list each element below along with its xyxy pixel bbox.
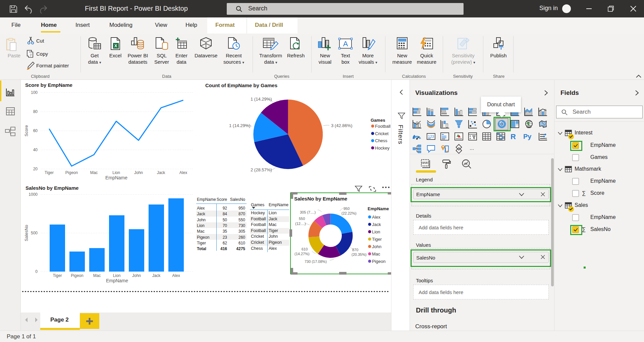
svg-text:Jack: Jack — [157, 170, 166, 175]
svg-text:Mac: Mac — [372, 251, 380, 256]
svg-text:3 (42.86%): 3 (42.86%) — [331, 123, 353, 128]
svg-text:Score: Score — [24, 125, 29, 136]
svg-text:550: 550 — [299, 217, 305, 221]
svg-text:Football: Football — [375, 124, 390, 129]
svg-text:Tiger: Tiger — [372, 237, 382, 242]
svg-text:1 (14.29%): 1 (14.29%) — [251, 97, 272, 102]
svg-text:2 (28.57%): 2 (28.57%) — [251, 167, 272, 172]
svg-text:⋯: ⋯ — [470, 147, 475, 152]
svg-text:SalesNo by EmpName: SalesNo by EmpName — [25, 185, 78, 191]
svg-text:X: X — [114, 43, 117, 48]
svg-text:950: 950 — [343, 207, 350, 211]
svg-text:80: 80 — [33, 109, 38, 114]
svg-text:Tiger: Tiger — [45, 170, 54, 175]
svg-text:610: 610 — [302, 247, 308, 251]
svg-text:Cricket: Cricket — [375, 131, 389, 136]
svg-text:Score by EmpName: Score by EmpName — [25, 82, 72, 88]
svg-text:Chess: Chess — [375, 138, 387, 143]
svg-text:Alex: Alex — [179, 170, 187, 175]
svg-text:1 (14.29%): 1 (14.29%) — [229, 123, 251, 128]
svg-text:Mac: Mac — [93, 273, 101, 278]
svg-text:(14.27%): (14.27%) — [294, 252, 310, 256]
svg-text:Pigeon: Pigeon — [65, 170, 78, 175]
svg-text:R: R — [511, 132, 516, 141]
svg-text:Games: Games — [371, 118, 385, 123]
svg-text:EmpName: EmpName — [106, 278, 128, 283]
svg-text:EmpName: EmpName — [105, 175, 127, 180]
svg-text:Hockey: Hockey — [375, 146, 390, 151]
svg-text:EmpName: EmpName — [368, 206, 389, 211]
svg-text:1000: 1000 — [29, 192, 38, 197]
svg-text:Jack: Jack — [152, 273, 161, 278]
svg-text:Lion: Lion — [113, 273, 121, 278]
svg-text:500: 500 — [31, 231, 38, 235]
svg-text:Pigeon: Pigeon — [372, 259, 385, 264]
svg-text:40: 40 — [33, 148, 38, 152]
svg-text:123: 123 — [428, 134, 434, 138]
svg-text:SalesNo: SalesNo — [24, 225, 29, 241]
svg-text:Pigeon: Pigeon — [71, 273, 83, 278]
svg-text:John: John — [134, 170, 143, 175]
svg-text:(12....): (12....) — [295, 222, 306, 226]
svg-text:870: 870 — [352, 248, 358, 252]
svg-text:Alex: Alex — [372, 215, 381, 220]
svg-text:Alex: Alex — [172, 273, 180, 278]
svg-text:John: John — [132, 273, 141, 278]
svg-text:Jack: Jack — [372, 222, 381, 227]
svg-text:A: A — [343, 40, 348, 48]
svg-text:Mac: Mac — [90, 170, 98, 175]
svg-text:John: John — [372, 244, 381, 249]
svg-text:(22.22%): (22.22%) — [341, 211, 357, 215]
svg-text:305 (7....): 305 (7....) — [300, 210, 316, 214]
svg-text:Tiger: Tiger — [53, 273, 62, 278]
svg-text:100: 100 — [31, 90, 38, 95]
svg-text:Lion: Lion — [112, 170, 120, 175]
svg-text:Py: Py — [523, 133, 532, 140]
svg-text:730 (17.08%): 730 (17.08%) — [305, 260, 327, 264]
svg-text:SalesNo by EmpName: SalesNo by EmpName — [294, 196, 347, 202]
svg-text:(20.35%): (20.35%) — [352, 252, 367, 256]
svg-text:0: 0 — [35, 269, 38, 274]
svg-text:20: 20 — [33, 167, 38, 171]
svg-text:60: 60 — [33, 128, 38, 133]
svg-text:Lion: Lion — [372, 229, 380, 234]
svg-text:Count of EmpName by Games: Count of EmpName by Games — [205, 82, 277, 88]
